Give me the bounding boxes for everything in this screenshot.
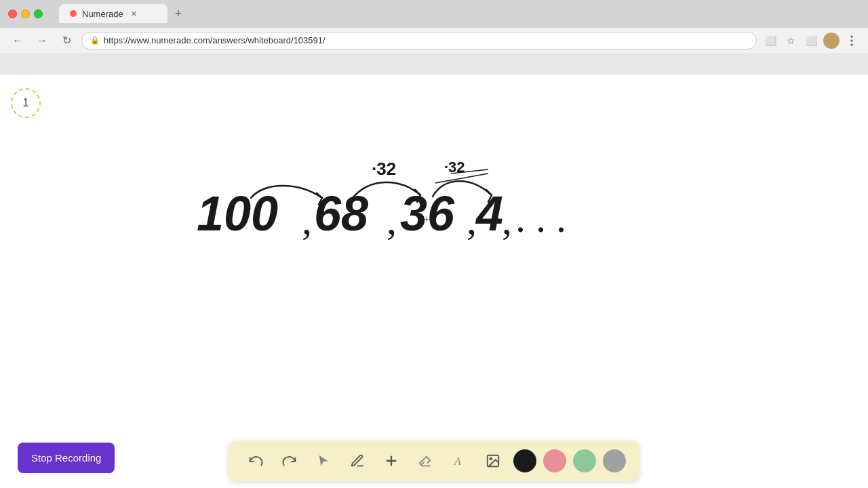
page-number: 1 xyxy=(23,97,29,109)
tab-close-button[interactable]: ✕ xyxy=(129,8,140,19)
maximize-button[interactable] xyxy=(34,9,43,18)
url-text: https://www.numerade.com/answers/whitebo… xyxy=(104,35,326,45)
active-tab[interactable]: Numerade ✕ xyxy=(59,4,167,23)
tab-bar: Numerade ✕ + xyxy=(59,4,188,23)
math-content: 100 , 68 , 36 , 4 xyxy=(190,163,631,274)
undo-button[interactable] xyxy=(242,447,269,474)
svg-text:,: , xyxy=(467,198,477,243)
pen-tool-button[interactable] xyxy=(344,447,371,474)
redo-button[interactable] xyxy=(276,447,303,474)
add-button[interactable] xyxy=(378,447,405,474)
bookmark-icon[interactable]: ☆ xyxy=(783,33,799,49)
new-tab-button[interactable]: + xyxy=(169,4,188,23)
svg-text:,: , xyxy=(502,198,512,243)
color-green-swatch[interactable] xyxy=(573,449,596,472)
browser-chrome: Numerade ✕ + ← → ↻ 🔒 https://www.numerad… xyxy=(0,0,868,75)
lock-icon: 🔒 xyxy=(90,36,100,45)
svg-point-1 xyxy=(851,39,853,41)
nav-bar: ← → ↻ 🔒 https://www.numerade.com/answers… xyxy=(0,27,868,53)
tab-title: Numerade xyxy=(82,9,123,19)
svg-text:100: 100 xyxy=(197,186,278,241)
cast-icon[interactable]: ⬜ xyxy=(762,33,778,49)
title-bar: Numerade ✕ + xyxy=(0,0,868,27)
text-tool-button[interactable]: A xyxy=(446,447,473,474)
svg-point-20 xyxy=(490,458,492,460)
image-insert-button[interactable] xyxy=(479,447,507,474)
address-bar[interactable]: 🔒 https://www.numerade.com/answers/white… xyxy=(81,32,757,49)
toolbar: A xyxy=(229,441,639,481)
svg-text:+: + xyxy=(424,214,429,224)
content-area: 1 100 , 68 , 36 xyxy=(0,75,868,488)
close-button[interactable] xyxy=(8,9,17,18)
select-tool-button[interactable] xyxy=(310,447,337,474)
extensions-icon[interactable]: ⬜ xyxy=(803,33,819,49)
svg-point-0 xyxy=(851,35,853,37)
eraser-tool-button[interactable] xyxy=(412,447,439,474)
back-button[interactable]: ← xyxy=(8,31,27,50)
whiteboard[interactable]: 1 100 , 68 , 36 xyxy=(0,75,868,488)
nav-right-icons: ⬜ ☆ ⬜ xyxy=(762,33,860,49)
svg-point-2 xyxy=(851,43,853,45)
svg-text:68: 68 xyxy=(314,186,368,241)
math-drawing: 100 , 68 , 36 , 4 xyxy=(190,163,631,271)
svg-text:A: A xyxy=(454,455,462,468)
svg-text:,: , xyxy=(387,198,397,243)
traffic-lights xyxy=(8,9,43,18)
color-black-swatch[interactable] xyxy=(513,449,536,472)
color-pink-swatch[interactable] xyxy=(543,449,566,472)
svg-text:4: 4 xyxy=(475,186,503,241)
svg-text:,: , xyxy=(302,198,312,243)
forward-button[interactable]: → xyxy=(33,31,52,50)
recording-dot-icon xyxy=(70,10,77,17)
user-avatar[interactable] xyxy=(823,33,840,49)
stop-recording-button[interactable]: Stop Recording xyxy=(18,443,115,473)
svg-text:. . .: . . . xyxy=(515,196,566,241)
page-indicator: 1 xyxy=(11,88,41,118)
color-gray-swatch[interactable] xyxy=(603,449,626,472)
minimize-button[interactable] xyxy=(21,9,30,18)
menu-icon[interactable] xyxy=(844,33,860,49)
refresh-button[interactable]: ↻ xyxy=(57,31,76,50)
svg-text:·32: ·32 xyxy=(372,159,396,179)
